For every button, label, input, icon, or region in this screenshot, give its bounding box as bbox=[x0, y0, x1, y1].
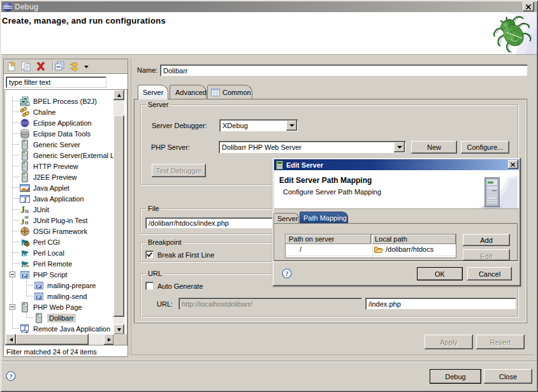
svg-text:?: ? bbox=[9, 372, 13, 380]
svg-text:?: ? bbox=[285, 270, 289, 277]
